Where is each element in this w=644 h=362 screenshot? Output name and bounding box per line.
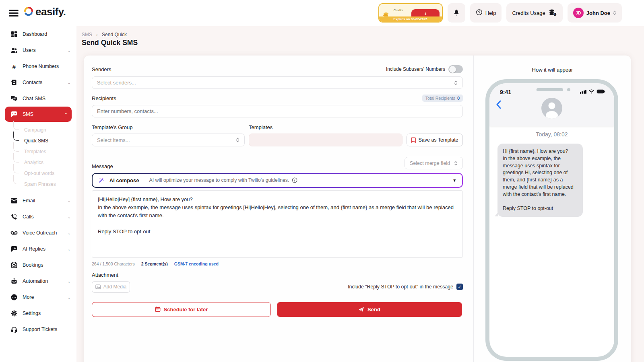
contacts-icon: [10, 79, 18, 86]
caret-down-icon[interactable]: ▼: [452, 178, 456, 183]
save-as-template-button[interactable]: Save as Template: [407, 134, 463, 146]
user-name: John Doe: [586, 10, 610, 16]
battery-icon: [597, 89, 605, 94]
segment-count: 2 Segment(s): [141, 261, 168, 266]
logo-mark-icon: [23, 6, 34, 18]
preview-panel: How it will appear 9:41: [474, 56, 631, 362]
chevron-down-icon: ⌄: [68, 231, 71, 235]
notifications-button[interactable]: [448, 3, 465, 23]
help-button[interactable]: Help: [470, 3, 502, 23]
hamburger-menu-icon[interactable]: [9, 10, 19, 16]
sidebar-item-automation[interactable]: Automation ⌄: [0, 273, 76, 289]
sidebar-item-sms[interactable]: SMS ⌃: [5, 107, 72, 122]
credits-usage-label: Credits Usage: [512, 10, 545, 16]
sidebar-subitem-campaign[interactable]: Campaign: [0, 124, 76, 135]
attachment-label: Attachment: [92, 272, 463, 278]
send-plane-icon: [359, 306, 364, 312]
breadcrumb: SMS › Send Quick: [82, 32, 127, 37]
include-stop-checkbox[interactable]: ✓: [456, 284, 463, 290]
calendar-clock-icon: [10, 262, 18, 268]
ai-compose-bar[interactable]: AI compose AI will optimize your message…: [92, 173, 463, 188]
sidebar-item-chat-sms[interactable]: Chat SMS: [0, 90, 76, 107]
wifi-icon: [588, 89, 594, 94]
sidebar-subitem-opt-out-words[interactable]: Opt-out words: [0, 168, 76, 179]
sidebar-item-ai-replies[interactable]: AI Replies ⌄: [0, 241, 76, 257]
user-menu[interactable]: JD John Doe: [568, 3, 622, 23]
sidebar-subitem-spam-phrases[interactable]: Spam Phrases: [0, 179, 76, 189]
bookmark-icon: [411, 137, 416, 143]
user-menu-chevron-icon: [613, 10, 616, 15]
sidebar-item-contacts[interactable]: Contacts ⌄: [0, 74, 76, 90]
gear-icon: [10, 310, 18, 317]
template-group-label: Template's Group: [92, 124, 245, 130]
brand-logo[interactable]: easify.: [23, 6, 66, 18]
breadcrumb-send-quick: Send Quick: [102, 32, 127, 37]
info-icon[interactable]: [292, 177, 297, 183]
sidebar-item-calls[interactable]: Calls ⌄: [0, 209, 76, 225]
phone-icon: [10, 214, 18, 220]
chevron-down-icon: ⌄: [68, 247, 71, 251]
senders-label: Senders: [92, 66, 111, 72]
add-media-button[interactable]: Add Media: [92, 281, 130, 293]
more-icon: [10, 294, 18, 300]
message-textarea[interactable]: [Hi|Hello|Hey] {first name}, How are you…: [92, 190, 463, 258]
help-icon: [476, 9, 483, 17]
email-icon: [10, 198, 18, 204]
chevron-up-icon: ⌃: [64, 112, 68, 117]
include-subusers-toggle[interactable]: [448, 65, 463, 73]
credits-usage-button[interactable]: Credits Usage i: [506, 3, 562, 23]
sidebar-item-bookings[interactable]: Bookings: [0, 257, 76, 273]
phone-mockup: 9:41 Today, 08:02 Hi {: [485, 79, 618, 361]
credits-expiry: Expires on 06-02-2025: [379, 16, 442, 22]
image-icon: [95, 284, 101, 290]
recipients-input[interactable]: [92, 105, 463, 117]
include-stop-label: Include "Reply STOP to opt-out" in the m…: [348, 284, 453, 290]
robot-icon: [10, 278, 18, 284]
send-button[interactable]: Send: [277, 302, 462, 317]
sidebar-subitem-quick-sms[interactable]: Quick SMS: [0, 135, 76, 146]
sidebar-item-users[interactable]: Users ⌄: [0, 42, 76, 58]
sidebar-subitem-templates[interactable]: Templates: [0, 146, 76, 157]
back-chevron-icon[interactable]: [496, 100, 501, 111]
camera-icon: [567, 88, 570, 91]
sidebar-item-dashboard[interactable]: Dashboard: [0, 26, 76, 42]
magic-wand-icon: [98, 177, 105, 183]
sidebar-subitem-analytics[interactable]: Analytics: [0, 157, 76, 168]
sidebar-item-settings[interactable]: Settings: [0, 305, 76, 321]
ai-hint-text: AI will optimize your message to comply …: [149, 177, 289, 183]
chevron-down-icon: ⌄: [68, 295, 71, 300]
encoding-info: GSM-7 encoding used: [174, 261, 219, 266]
calendar-icon: [155, 306, 161, 312]
message-label: Message: [92, 163, 113, 169]
sidebar-item-voice-outreach[interactable]: Voice Outreach ⌄: [0, 225, 76, 241]
message-meta: 264 / 1,500 Characters 2 Segment(s) GSM-…: [92, 261, 463, 266]
schedule-for-later-button[interactable]: Schedule for later: [92, 302, 271, 317]
template-group-select[interactable]: Select items...: [92, 134, 245, 146]
breadcrumb-sms[interactable]: SMS: [82, 32, 92, 37]
dashboard-icon: [10, 31, 18, 37]
senders-select[interactable]: Select senders...: [92, 76, 463, 89]
chevron-down-icon: ⌄: [68, 80, 71, 85]
sidebar-item-phone-numbers[interactable]: # Phone Numbers: [0, 58, 76, 74]
sidebar-item-support-tickets[interactable]: Support Tickets: [0, 321, 76, 337]
signal-icon: [580, 90, 587, 94]
merge-field-select[interactable]: Select merge field: [405, 157, 463, 169]
char-count: 264 / 1,500 Characters: [92, 261, 135, 266]
hash-icon: #: [10, 63, 18, 70]
sidebar-item-more[interactable]: More ⌄: [0, 289, 76, 305]
chevron-down-icon: ⌄: [68, 279, 71, 284]
templates-label: Templates: [249, 124, 402, 130]
include-subusers-label: Include Subusers' Numbers: [386, 66, 445, 72]
voicemail-icon: [10, 230, 18, 235]
sidebar: Dashboard Users ⌄ # Phone Numbers Contac…: [0, 26, 76, 362]
top-bar: easify. Credits Left 70,762 + Recharge E…: [0, 0, 644, 26]
speaker-icon: [537, 88, 563, 91]
recipients-label: Recipients: [92, 95, 116, 101]
credits-widget[interactable]: Credits Left 70,762 + Recharge Expires o…: [378, 3, 443, 23]
main-content: SMS › Send Quick Send Quick SMS Senders …: [76, 26, 644, 362]
sidebar-item-email[interactable]: Email ⌄: [0, 193, 76, 209]
svg-text:i: i: [554, 13, 555, 16]
preview-message-bubble: Hi {first name}, How are you? In the abo…: [497, 144, 583, 217]
users-icon: [10, 47, 18, 53]
select-updown-icon: [454, 161, 458, 166]
